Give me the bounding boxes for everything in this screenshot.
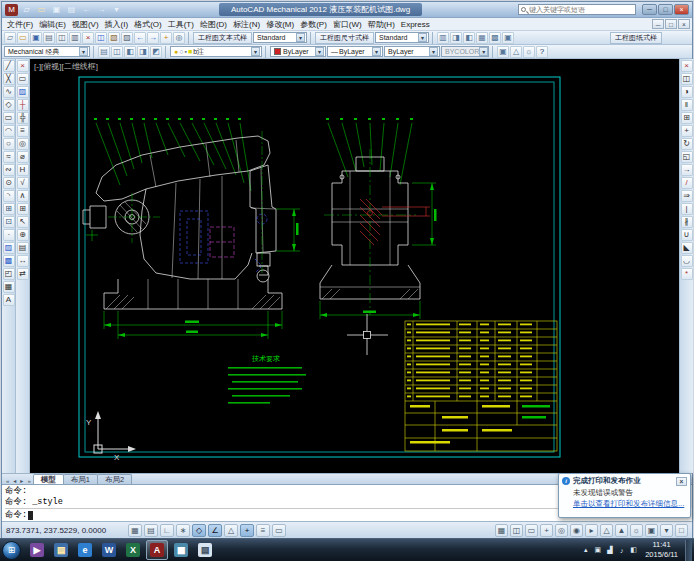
dim-style-button[interactable]: 工程图尺寸式样 — [315, 32, 374, 44]
doc-restore-button[interactable]: □ — [665, 19, 677, 29]
menu-item[interactable]: 帮助(H) — [365, 19, 398, 30]
layer-states-icon[interactable]: ◫ — [111, 46, 123, 58]
tab-layout2[interactable]: 布局2 — [97, 474, 132, 484]
surface-texture-icon[interactable]: √ — [17, 177, 29, 189]
notification-details-link[interactable]: 单击以查看打印和发布详细信息... — [573, 499, 687, 509]
otrack-toggle[interactable]: ∠ — [208, 524, 222, 537]
quickview-drawings-button[interactable]: ▭ — [525, 524, 538, 537]
help-search[interactable] — [518, 4, 636, 15]
dyn-toggle[interactable]: + — [240, 524, 254, 537]
menu-item[interactable]: 标注(N) — [230, 19, 263, 30]
lineweight-combo[interactable]: ByLayer▾ — [384, 46, 440, 57]
lineweight-toggle[interactable]: ≡ — [256, 524, 270, 537]
offset-icon[interactable]: ‖ — [681, 99, 693, 111]
pan-icon[interactable]: + — [160, 32, 172, 44]
tray-network-icon[interactable]: ▟ — [605, 546, 614, 554]
layer-combo[interactable]: ●○▪■ b注 ▾ — [170, 46, 262, 57]
app-menu-icon[interactable]: M — [5, 4, 18, 16]
chamfer-icon[interactable]: ◣ — [681, 242, 693, 254]
gradient-icon[interactable]: ▩ — [3, 255, 15, 267]
menu-item[interactable]: 工具(T) — [165, 19, 197, 30]
tray-volume-icon[interactable]: ♪ — [617, 547, 626, 554]
break-at-point-icon[interactable]: | — [681, 203, 693, 215]
menu-item[interactable]: 格式(O) — [131, 19, 165, 30]
qat-redo-icon[interactable]: → — [95, 4, 108, 16]
menu-item[interactable]: 窗口(W) — [330, 19, 365, 30]
screw-connection-icon[interactable]: ≡ — [17, 125, 29, 137]
taskbar-word[interactable]: W — [98, 540, 120, 560]
chevron-down-icon[interactable]: ▾ — [315, 47, 324, 56]
revision-cloud-icon[interactable]: ≈ — [3, 151, 15, 163]
qat-plot-icon[interactable]: ▤ — [65, 4, 78, 16]
grid-toggle[interactable]: ▤ — [144, 524, 158, 537]
toolbar-lock-button[interactable]: ▣ — [645, 524, 658, 537]
tray-message-icon[interactable]: ◧ — [629, 546, 638, 554]
mech-construction-icon[interactable]: ╬ — [17, 112, 29, 124]
publish-icon[interactable]: ▥ — [69, 32, 81, 44]
tab-nav-prev-icon[interactable]: ◂ — [11, 477, 18, 484]
circle-icon[interactable]: ○ — [3, 138, 15, 150]
sheet-style-button[interactable]: 工程图纸式样 — [610, 32, 662, 44]
polar-toggle[interactable]: ∗ — [176, 524, 190, 537]
doc-close-button[interactable]: × — [678, 19, 690, 29]
calculator-icon[interactable]: ▣ — [502, 32, 514, 44]
layer-isolate-icon[interactable]: ◧ — [124, 46, 136, 58]
new-icon[interactable]: ▱ — [4, 32, 16, 44]
qat-undo-icon[interactable]: ← — [80, 4, 93, 16]
menu-item[interactable]: 视图(V) — [69, 19, 102, 30]
notification-close-button[interactable]: × — [676, 477, 687, 486]
chevron-down-icon[interactable]: ▾ — [372, 47, 381, 56]
quickview-layouts-button[interactable]: ◫ — [510, 524, 523, 537]
chevron-down-icon[interactable]: ▾ — [251, 47, 260, 56]
trim-icon[interactable]: / — [681, 177, 693, 189]
spline-icon[interactable]: ∾ — [3, 164, 15, 176]
layer-freeze-icon[interactable]: ○ — [179, 48, 183, 55]
move-icon[interactable]: + — [681, 125, 693, 137]
paste-icon[interactable]: ▧ — [108, 32, 120, 44]
menu-item[interactable]: 插入(I) — [102, 19, 132, 30]
mech-rectangle-icon[interactable]: ▭ — [17, 73, 29, 85]
mirror-icon[interactable]: ◑ — [681, 86, 693, 98]
layer-on-icon[interactable]: ● — [174, 48, 178, 55]
steeringwheel-button[interactable]: ◉ — [570, 524, 583, 537]
chevron-down-icon[interactable]: ▾ — [79, 47, 88, 56]
linetype-combo[interactable]: —ByLayer▾ — [327, 46, 383, 57]
minimize-button[interactable]: ─ — [642, 4, 657, 15]
table-icon[interactable]: ▦ — [3, 281, 15, 293]
qat-dropdown-icon[interactable]: ▾ — [110, 4, 123, 16]
mech-hatch-icon[interactable]: ▨ — [17, 86, 29, 98]
pan-button[interactable]: + — [540, 524, 553, 537]
match-layer-icon[interactable]: ▣ — [497, 46, 509, 58]
multiple-dimension-icon[interactable]: ⇄ — [17, 268, 29, 280]
ortho-toggle[interactable]: ∟ — [160, 524, 174, 537]
copy-icon[interactable]: ◫ — [95, 32, 107, 44]
qat-new-icon[interactable]: ▱ — [20, 4, 33, 16]
annotation-visibility-button[interactable]: ▲ — [615, 524, 628, 537]
annotation-scale-button[interactable]: △ — [600, 524, 613, 537]
annotation-icon[interactable]: △ — [510, 46, 522, 58]
menu-item[interactable]: 参数(P) — [297, 19, 330, 30]
mtext-icon[interactable]: A — [3, 294, 15, 306]
rectangle-icon[interactable]: ▭ — [3, 112, 15, 124]
explode-icon[interactable]: * — [681, 268, 693, 280]
menu-item[interactable]: 绘图(D) — [197, 19, 230, 30]
rotate-icon[interactable]: ↻ — [681, 138, 693, 150]
qat-save-icon[interactable]: ▣ — [50, 4, 63, 16]
point-icon[interactable]: ∙ — [3, 229, 15, 241]
taskbar-media-player[interactable]: ▶ — [26, 540, 48, 560]
osnap-toggle[interactable]: ◇ — [192, 524, 206, 537]
feature-control-icon[interactable]: ⊞ — [17, 203, 29, 215]
parts-list-icon[interactable]: ▤ — [17, 242, 29, 254]
properties-icon[interactable]: ▥ — [437, 32, 449, 44]
fillet-icon[interactable]: ◡ — [681, 255, 693, 267]
sheet-set-icon[interactable]: ▦ — [476, 32, 488, 44]
showmotion-button[interactable]: ▸ — [585, 524, 598, 537]
region-icon[interactable]: ◰ — [3, 268, 15, 280]
design-center-icon[interactable]: ◨ — [450, 32, 462, 44]
ducs-toggle[interactable]: △ — [224, 524, 238, 537]
menu-item[interactable]: 编辑(E) — [36, 19, 69, 30]
hole-icon[interactable]: ◎ — [17, 138, 29, 150]
taskbar-autocad[interactable]: A — [146, 540, 168, 560]
menu-item[interactable]: Express — [398, 20, 433, 29]
layer-unisolate-icon[interactable]: ◨ — [137, 46, 149, 58]
